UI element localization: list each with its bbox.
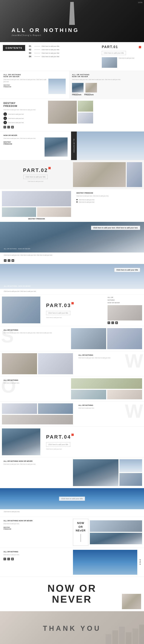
part03-title[interactable]: Click here to add your title bbox=[46, 311, 70, 315]
mountain-caption-1: ALL OR NOTHING · NOW OR NEVER bbox=[4, 248, 30, 250]
now-or-never-box: NOW OR NEvER bbox=[73, 519, 88, 546]
part04-label: PART.04 bbox=[46, 434, 71, 440]
slide-contents: CONTENTS 01 Click here to add your title… bbox=[0, 42, 144, 71]
destiny2-img1 bbox=[2, 191, 71, 206]
destiny2-body: Click here to add your text. Click here … bbox=[77, 195, 140, 197]
destiny2-text: DESTINY FREEDOM Click here to add your t… bbox=[73, 189, 144, 222]
part03-text: PART.03 Click here to add your title Cli… bbox=[42, 294, 106, 326]
mountain-bg-1: Click here to add your text. Click here … bbox=[0, 222, 144, 252]
now-or-never-left: ALL OR NOTHING NOW OR NEVER Click here t… bbox=[0, 517, 71, 548]
twitter-icon-2[interactable]: ✦ bbox=[4, 259, 7, 262]
thank-corner bbox=[106, 623, 144, 644]
now-or-never-large-text: Now Or NEvER bbox=[47, 583, 97, 605]
facebook-icon[interactable]: f bbox=[7, 126, 10, 128]
facebook-icon-2[interactable]: f bbox=[8, 259, 10, 262]
fog-bg-1: Click here to add your title ALL OR NOTH… bbox=[0, 264, 144, 289]
svg-rect-3 bbox=[126, 632, 131, 644]
slide-part03: PART.03 Click here to add your title Cli… bbox=[0, 294, 144, 326]
destiny-img3 bbox=[78, 112, 93, 124]
part03-img1 bbox=[2, 296, 40, 323]
aon-left-image bbox=[48, 79, 66, 94]
aon-right-tag1: FREEDom bbox=[72, 94, 82, 96]
part03-images bbox=[0, 294, 42, 326]
letter-o1-left: O ALL OR NOTHING Click here to add your … bbox=[0, 376, 69, 401]
contents-item-1: 01 Click here to add your title bbox=[29, 45, 99, 47]
nor-img2 bbox=[90, 533, 142, 544]
letter-w-body: Click here to add your text. Click here … bbox=[78, 357, 140, 359]
svg-rect-2 bbox=[119, 626, 125, 644]
instagram-icon[interactable]: ◉ bbox=[11, 126, 14, 128]
contents-label: CONTENTS bbox=[3, 45, 25, 51]
destiny-img2 bbox=[78, 101, 93, 112]
letter-w2-img1 bbox=[2, 403, 37, 414]
part01-title[interactable]: Click here to add your title bbox=[102, 51, 126, 55]
slide-2024: ALL OR NOTHING Click here to add your te… bbox=[0, 548, 144, 577]
destiny-bullet-2: 2 Click here to add your text bbox=[4, 116, 43, 120]
aon3-text: ALL OR NOTHING NOW OR NEVER Click here t… bbox=[0, 457, 71, 488]
part03-accent bbox=[71, 302, 74, 304]
slide2024-body: Click here to add your text. bbox=[4, 554, 67, 556]
part03-img2 bbox=[108, 305, 142, 320]
hero-text: ALL OR NOTHING JeanMeChong's Report bbox=[12, 27, 79, 36]
svg-rect-1 bbox=[112, 630, 118, 644]
aon-right-title1: ALL OR NOTHING bbox=[72, 74, 141, 76]
twitter-icon-4[interactable]: ✦ bbox=[4, 558, 6, 560]
aon-right-img1 bbox=[72, 83, 84, 92]
letter-s-images bbox=[69, 326, 144, 351]
aon2-left: NOW OR NEVER Click here to add your text… bbox=[0, 132, 71, 160]
svg-rect-4 bbox=[132, 628, 138, 644]
destiny2-item-1: Click here to add your text bbox=[77, 199, 140, 200]
aon2-image bbox=[45, 138, 67, 156]
aon-left-title1: ALL OR NOTHING bbox=[4, 74, 66, 76]
aon2-tag2: FREEDOM bbox=[4, 143, 43, 145]
now-or-never-right: NOW OR NEvER bbox=[71, 517, 144, 548]
click-title-overlay-1: Click here to add your text. Click here … bbox=[91, 225, 140, 231]
fog-caption: ALL OR NOTHING · NOW OR NEVER bbox=[4, 285, 31, 287]
part03-label: PART.03 bbox=[46, 302, 71, 308]
letter-w-img2 bbox=[38, 353, 73, 374]
nor-img1 bbox=[90, 520, 142, 532]
part02-body: Click here to add your text bbox=[28, 181, 43, 182]
instagram-icon-3[interactable]: ◉ bbox=[115, 322, 118, 324]
social-icons-2: ✦ f ◉ bbox=[0, 259, 144, 264]
click-title-2[interactable]: Click here to add your title bbox=[59, 496, 85, 501]
instagram-icon-4[interactable]: ◉ bbox=[11, 558, 14, 560]
letter-o1-img-row bbox=[71, 390, 142, 399]
facebook-icon-3[interactable]: f bbox=[111, 322, 114, 324]
part02-title[interactable]: Click here to add your title bbox=[23, 175, 48, 179]
now-never-corner-img bbox=[122, 594, 141, 609]
letter-o1-images bbox=[69, 376, 144, 401]
part03-right: ALL OR NOTHING NOW OR NEVER ✦ f ◉ bbox=[106, 294, 144, 326]
aon-left: ALL OR NOTHING NOW OR NEVER Click here t… bbox=[0, 71, 69, 98]
part02-label: PART.02 bbox=[23, 167, 48, 173]
aon3-img1 bbox=[73, 459, 118, 486]
part04-title[interactable]: Click here to add your title bbox=[46, 442, 70, 447]
twitter-icon-3[interactable]: ✦ bbox=[108, 322, 110, 324]
twitter-icon[interactable]: ✦ bbox=[4, 126, 6, 128]
destiny-title1: DESTINY bbox=[4, 102, 43, 104]
slide-all-or-nothing-1: ALL OR NOTHING NOW OR NEVER Click here t… bbox=[0, 71, 144, 99]
part01-accent bbox=[139, 46, 141, 48]
destiny-bullet-1: 1 Click here to add your text bbox=[4, 112, 43, 116]
aon2-vertical-strip: ALL OR NOTHING bbox=[71, 132, 77, 160]
slide-aon-2: NOW OR NEVER Click here to add your text… bbox=[0, 132, 144, 160]
facebook-icon-4[interactable]: f bbox=[7, 558, 10, 560]
mountain-body-1: Click here to add your text. Click here … bbox=[0, 252, 144, 258]
destiny2-item-2: Click here to add your text bbox=[77, 202, 140, 203]
social-icons-3: ✦ f ◉ bbox=[108, 322, 142, 324]
aon3-img2 bbox=[119, 459, 142, 472]
hero-title: ALL OR NOTHING bbox=[12, 27, 79, 33]
aon2-tag1: DESTINY bbox=[4, 141, 43, 143]
part01-body: Click here to add your text bbox=[119, 57, 141, 59]
aon3-img-col bbox=[119, 459, 142, 486]
blue-sky-image: Click here to add your title bbox=[0, 488, 144, 509]
letter-w2-body: Click here to add your text. bbox=[78, 407, 140, 409]
aon2-bg-image bbox=[77, 132, 144, 160]
aon3-body: Click here to add your text. Click here … bbox=[4, 463, 67, 466]
social-icons-4: ✦ f ◉ bbox=[4, 558, 67, 560]
or-line: OR bbox=[75, 525, 87, 529]
thank-you-text: THANK YOU bbox=[43, 624, 101, 632]
aon-right: ALL OR NOTHING NOW OR NEVER Click here t… bbox=[69, 71, 144, 98]
instagram-icon-2[interactable]: ◉ bbox=[12, 259, 14, 262]
part01-box: PART.01 Click here to add your title Cli… bbox=[99, 45, 141, 68]
